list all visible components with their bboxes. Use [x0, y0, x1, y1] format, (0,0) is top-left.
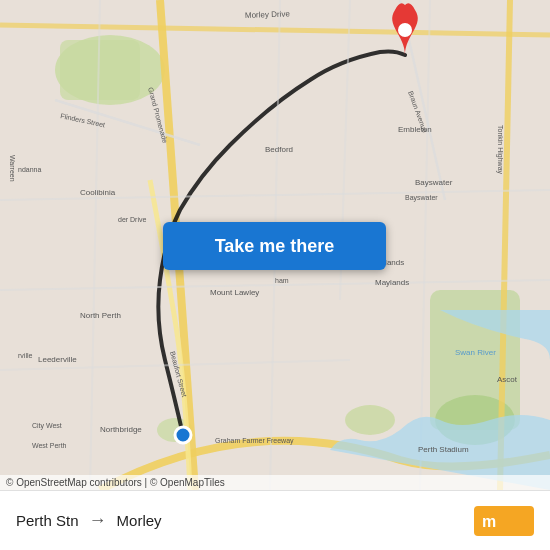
destination-label: Morley	[117, 512, 162, 529]
svg-text:Ascot: Ascot	[497, 375, 518, 384]
moovit-logo: m	[474, 506, 534, 536]
svg-text:Bayswater: Bayswater	[405, 194, 438, 202]
svg-point-48	[398, 23, 412, 37]
svg-text:m: m	[482, 513, 496, 530]
take-me-there-button[interactable]: Take me there	[163, 222, 386, 270]
svg-text:Bayswater: Bayswater	[415, 178, 453, 187]
svg-text:Maylands: Maylands	[375, 278, 409, 287]
direction-arrow-icon: →	[89, 510, 107, 531]
bottom-bar: Perth Stn → Morley m	[0, 490, 550, 550]
svg-text:Mount Lawley: Mount Lawley	[210, 288, 259, 297]
svg-text:Perth Stadium: Perth Stadium	[418, 445, 469, 454]
map-attribution: © OpenStreetMap contributors | © OpenMap…	[0, 475, 550, 490]
svg-text:der Drive: der Drive	[118, 216, 147, 223]
svg-text:Bedford: Bedford	[265, 145, 293, 154]
svg-point-6	[345, 405, 395, 435]
svg-text:Graham Farmer Freeway: Graham Farmer Freeway	[215, 437, 294, 445]
svg-text:rville: rville	[18, 352, 32, 359]
svg-text:Warreen: Warreen	[9, 155, 16, 182]
svg-text:Northbridge: Northbridge	[100, 425, 142, 434]
moovit-brand-icon: m	[474, 506, 534, 536]
svg-text:Leederville: Leederville	[38, 355, 77, 364]
svg-text:Tonkin Highway: Tonkin Highway	[496, 125, 504, 175]
svg-text:North Perth: North Perth	[80, 311, 121, 320]
svg-point-47	[175, 427, 191, 443]
map-container: Morley Drive Grand Promenade Flinders St…	[0, 0, 550, 490]
svg-text:City West: City West	[32, 422, 62, 430]
svg-text:Coolibinia: Coolibinia	[80, 188, 116, 197]
svg-text:West Perth: West Perth	[32, 442, 67, 449]
svg-text:Morley Drive: Morley Drive	[245, 9, 291, 20]
svg-text:ndanna: ndanna	[18, 166, 41, 173]
origin-label: Perth Stn	[16, 512, 79, 529]
svg-text:Swan River: Swan River	[455, 348, 496, 357]
svg-text:ham: ham	[275, 277, 289, 284]
